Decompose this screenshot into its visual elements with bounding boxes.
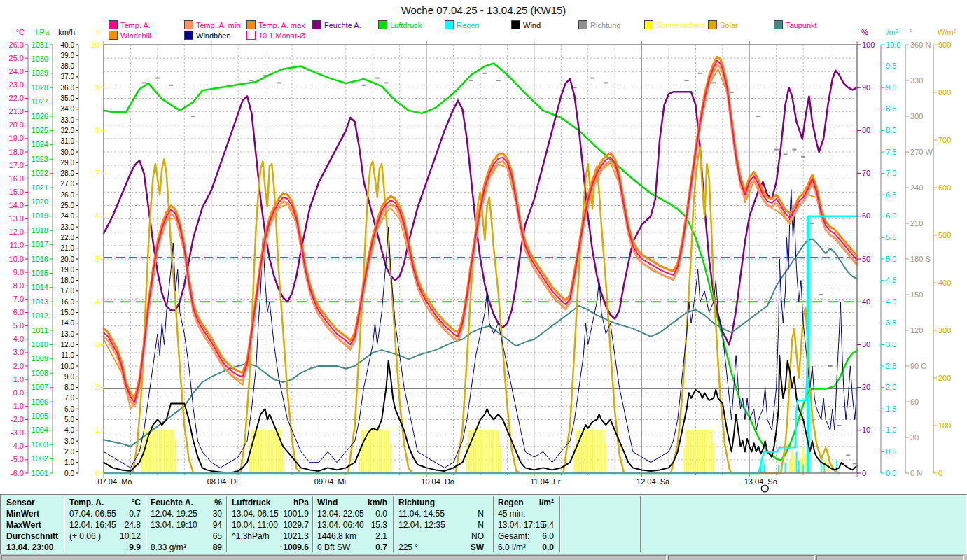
axis-label: 7.5 <box>886 148 896 156</box>
series-solar <box>133 147 840 473</box>
axis-label: 7 <box>95 169 99 177</box>
table-row-label: 13.04. 23:00 <box>6 542 53 552</box>
axis-label: km/h <box>58 28 75 36</box>
axis-label: 300 <box>938 326 951 335</box>
axis-label: 1009 <box>32 354 48 363</box>
axis-label: 1017 <box>32 240 48 248</box>
axis-label: 3 <box>95 340 99 349</box>
axis-label: 23.0 <box>9 80 24 89</box>
axis-label: 15.0 <box>61 309 75 316</box>
axis-label: 5.0 <box>886 255 896 263</box>
table-cell-value: 0.0 <box>296 509 387 519</box>
axis-label: 180 S <box>910 255 931 263</box>
axis-label: 33.0 <box>61 116 75 124</box>
axis-label: 1026 <box>32 112 48 120</box>
axis-label: 8 <box>95 126 99 134</box>
axis-label: 30.0 <box>61 148 75 156</box>
axis-label: 1005 <box>32 412 48 420</box>
axis-label: 1.0 <box>13 375 24 384</box>
axis-label: 1.5 <box>886 405 896 413</box>
stats-table: SensorMinWertMaxWertDurchschnitt13.04. 2… <box>0 494 967 554</box>
axis-label: 100 <box>862 41 875 49</box>
axis-label: 500 <box>938 231 951 239</box>
axis-label: 1.0 <box>886 426 896 434</box>
table-header-unit: % <box>131 498 222 507</box>
axis-label: 20.0 <box>9 120 24 129</box>
axis-label: 90 <box>862 83 870 92</box>
axis-label: 09.04. Mi <box>314 477 346 486</box>
axis-label: 16.0 <box>61 298 75 306</box>
axis-label: 2 <box>95 383 99 391</box>
axis-label: 0.0 <box>64 470 74 477</box>
axis-label: 100 <box>938 421 951 430</box>
axis-label: 1029 <box>32 69 48 77</box>
axis-label: 11.0 <box>9 241 24 249</box>
axis-label: 5.0 <box>13 321 24 330</box>
axis-label: 5.0 <box>64 416 74 424</box>
axis-label: 5 <box>95 255 99 263</box>
table-header-unit: km/h <box>296 498 387 507</box>
axis-label: 8.0 <box>13 281 24 290</box>
axis-label: 7.0 <box>886 169 896 177</box>
axis-label: % <box>861 28 868 36</box>
axis-label: 2.0 <box>886 383 896 391</box>
axis-label: 0.0 <box>886 469 896 477</box>
table-cell-value: -0.7 <box>50 509 141 519</box>
axis-label: 270 W <box>910 148 933 156</box>
axis-label: 0 <box>862 469 866 477</box>
axis-label: 3.0 <box>886 340 896 349</box>
axis-label: 90 O <box>910 362 927 370</box>
table-cell-value: 15.3 <box>296 520 387 530</box>
axis-label: 4 <box>95 298 99 306</box>
table-header-unit: l/m² <box>463 498 554 507</box>
axis-label: 1002 <box>32 454 48 463</box>
chart-canvas: 26.025.024.023.022.021.020.019.018.017.0… <box>0 0 967 494</box>
table-cell-value: N <box>393 509 484 519</box>
axis-label: 37.0 <box>61 73 75 80</box>
axis-label: 23.0 <box>61 223 75 231</box>
table-cell-value: 30 <box>131 509 222 519</box>
axis-label: 6 <box>95 211 99 220</box>
axis-label: 28.0 <box>61 169 75 177</box>
axis-label: 2.5 <box>886 362 896 370</box>
axis-label: 14.0 <box>9 201 24 209</box>
axis-label: 150 <box>910 290 923 299</box>
axis-label: 1018 <box>32 226 48 234</box>
axis-label: 11.0 <box>61 351 74 359</box>
axis-label: 360 N <box>910 41 931 49</box>
axis-label: 210 <box>910 219 923 227</box>
axis-label: 4.0 <box>13 335 24 343</box>
axis-label: 9.5 <box>886 62 896 70</box>
axis-label: 5.5 <box>886 233 896 241</box>
moon-phase-icon <box>761 485 768 492</box>
axis-label: 200 <box>938 374 951 382</box>
axis-label: 300 <box>910 112 923 120</box>
series-windchill <box>104 69 857 409</box>
axis-label: 0.0 <box>13 388 24 397</box>
axis-label: W/m² <box>938 28 956 36</box>
table-cell-value: 2.1 <box>296 531 387 541</box>
axis-label: h <box>96 28 100 36</box>
axis-label: 900 <box>938 41 951 49</box>
axis-label: 7.0 <box>64 394 74 402</box>
axis-label: 1006 <box>32 398 48 406</box>
status-bar-segment <box>1 555 667 560</box>
axis-label: 4.0 <box>886 298 896 306</box>
weather-week-window: Woche 07.04.25 - 13.04.25 (KW15) Temp. A… <box>0 0 967 560</box>
table-header: Richtung <box>398 498 435 507</box>
axis-label: 10.0 <box>61 363 75 370</box>
axis-label: 3.5 <box>886 318 896 327</box>
axis-label: 1004 <box>32 426 48 434</box>
axis-label: 13.04. So <box>744 477 777 486</box>
table-cell-value: ↓9.9 <box>50 542 141 552</box>
axis-label: -5.0 <box>11 455 24 463</box>
axis-label: 19.0 <box>9 134 24 142</box>
axis-label: 1 <box>95 426 99 434</box>
axis-label: 40.0 <box>61 41 75 49</box>
axis-label: 800 <box>938 88 951 97</box>
status-bar-segment <box>668 555 815 560</box>
table-row-label: MinWert <box>6 509 39 519</box>
axis-label: 15.0 <box>9 188 24 196</box>
axis-label: 8.0 <box>64 384 74 391</box>
table-cell-value: 89 <box>131 542 222 552</box>
